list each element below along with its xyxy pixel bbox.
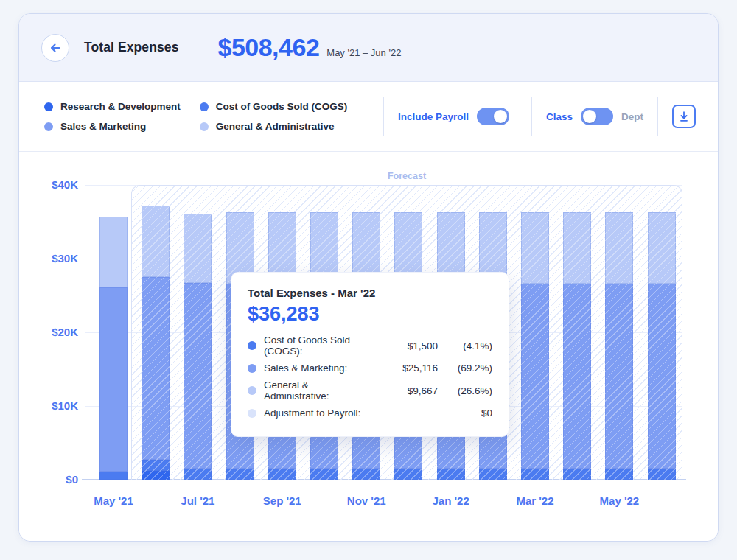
bar-jun-21[interactable] xyxy=(142,206,170,480)
legend-item-sales-marketing[interactable]: Sales & Marketing xyxy=(44,121,181,132)
bar-segment xyxy=(184,214,212,283)
tooltip-series-dot xyxy=(248,386,256,395)
bar-segment xyxy=(648,469,676,480)
legend-item-cogs[interactable]: Cost of Goods Sold (COGS) xyxy=(200,101,348,112)
divider xyxy=(657,97,658,136)
bar-mar-22[interactable] xyxy=(521,212,549,480)
tooltip-row-label: General & Administrative: xyxy=(264,379,374,402)
toggle-knob xyxy=(494,110,507,123)
tooltip-row-percent: (69.2%) xyxy=(445,363,492,374)
bar-may-21[interactable] xyxy=(99,217,128,480)
bar-segment xyxy=(521,212,549,284)
tooltip-row-label: Cost of Goods Sold (COGS): xyxy=(264,335,374,357)
total-amount: $508,462 xyxy=(217,33,319,62)
bar-segment xyxy=(99,217,128,287)
bar-jun-22[interactable] xyxy=(648,212,676,480)
header-divider xyxy=(198,33,198,63)
y-axis-label: $40K xyxy=(19,178,78,192)
chart-tooltip: Total Expenses - Mar '22 $36,283 Cost of… xyxy=(231,272,509,437)
bar-segment xyxy=(605,284,633,469)
divider xyxy=(531,97,532,136)
download-button[interactable] xyxy=(672,105,696,128)
bar-segment xyxy=(226,469,254,480)
legend-dot xyxy=(44,122,53,131)
legend-label: Sales & Marketing xyxy=(60,121,146,132)
x-axis-label: Nov '21 xyxy=(347,494,386,507)
tooltip-row: General & Administrative:$9,667(26.6%) xyxy=(248,379,492,402)
y-axis-label: $30K xyxy=(19,252,78,265)
tooltip-row-value: $25,116 xyxy=(382,363,438,374)
tooltip-row: Cost of Goods Sold (COGS):$1,500(4.1%) xyxy=(248,335,492,357)
include-payroll-label: Include Payroll xyxy=(398,111,469,122)
controls-bar: Research & Development Sales & Marketing… xyxy=(19,82,718,152)
x-axis-label: Sep '21 xyxy=(263,494,301,507)
bar-jul-21[interactable] xyxy=(184,214,212,480)
date-range: May '21 – Jun '22 xyxy=(326,47,401,58)
arrow-left-icon xyxy=(48,41,63,55)
tooltip-value: $36,283 xyxy=(248,303,492,326)
y-axis-label: $10K xyxy=(19,399,78,413)
divider xyxy=(383,97,384,136)
tooltip-row-value: $1,500 xyxy=(382,340,438,351)
bar-segment xyxy=(521,469,549,480)
bar-segment xyxy=(394,469,422,480)
bar-segment xyxy=(648,284,676,469)
legend-item-general-administrative[interactable]: General & Administrative xyxy=(200,121,348,132)
bar-segment xyxy=(142,471,170,480)
tooltip-series-dot xyxy=(248,341,256,350)
tooltip-row-value: $9,667 xyxy=(382,385,438,396)
legend-label: Cost of Goods Sold (COGS) xyxy=(216,101,348,112)
tooltip-series-dot xyxy=(248,409,256,418)
tooltip-row-label: Adjustment to Payroll: xyxy=(264,407,374,419)
bar-segment xyxy=(479,469,507,480)
x-axis-label: May '22 xyxy=(600,494,640,507)
bar-segment xyxy=(352,469,380,480)
toggle-knob xyxy=(583,110,596,123)
bar-segment xyxy=(99,472,128,480)
y-axis-label: $0 xyxy=(19,473,78,486)
bar-apr-22[interactable] xyxy=(563,212,591,480)
bar-segment xyxy=(437,469,465,480)
bar-segment xyxy=(563,469,591,480)
tooltip-row: Adjustment to Payroll:$0 xyxy=(248,407,492,419)
legend-label: General & Administrative xyxy=(216,121,335,132)
legend-item-research-development[interactable]: Research & Development xyxy=(44,101,181,112)
bar-segment xyxy=(184,469,212,480)
x-axis-label: Jan '22 xyxy=(432,494,469,507)
tooltip-title: Total Expenses - Mar '22 xyxy=(248,287,492,299)
expenses-card: Total Expenses $508,462 May '21 – Jun '2… xyxy=(18,13,719,542)
legend-dot xyxy=(200,102,209,111)
bar-segment xyxy=(268,469,296,480)
tooltip-series-dot xyxy=(248,364,256,373)
legend: Research & Development Sales & Marketing… xyxy=(44,101,347,132)
bar-segment xyxy=(605,469,633,480)
legend-label: Research & Development xyxy=(60,101,181,112)
bar-may-22[interactable] xyxy=(605,212,633,480)
bar-segment xyxy=(184,283,212,469)
bar-segment xyxy=(310,469,338,480)
expenses-chart: Forecast Total Expenses - Mar '22 $36,28… xyxy=(19,152,718,542)
page-title: Total Expenses xyxy=(84,40,178,55)
tooltip-row-percent: (26.6%) xyxy=(445,385,492,396)
x-axis-label: May '21 xyxy=(94,494,133,507)
class-label: Class xyxy=(546,111,573,122)
bar-segment xyxy=(563,284,591,469)
class-dept-toggle[interactable] xyxy=(581,108,613,125)
bar-segment xyxy=(648,212,676,284)
dept-label: Dept xyxy=(621,111,643,122)
legend-dot xyxy=(44,102,53,111)
bar-segment xyxy=(605,212,633,284)
bar-segment xyxy=(521,284,549,469)
bar-segment xyxy=(142,277,170,460)
x-axis-label: Jul '21 xyxy=(181,494,214,507)
y-axis-label: $20K xyxy=(19,326,78,339)
back-button[interactable] xyxy=(41,34,69,62)
bar-segment xyxy=(99,287,128,472)
tooltip-row-percent: (4.1%) xyxy=(445,340,492,351)
tooltip-row-label: Sales & Marketing: xyxy=(264,363,374,374)
legend-dot xyxy=(200,122,209,131)
download-icon xyxy=(677,110,691,123)
forecast-label: Forecast xyxy=(388,171,426,181)
tooltip-row: Sales & Marketing:$25,116(69.2%) xyxy=(248,363,492,374)
include-payroll-toggle[interactable] xyxy=(477,108,509,125)
